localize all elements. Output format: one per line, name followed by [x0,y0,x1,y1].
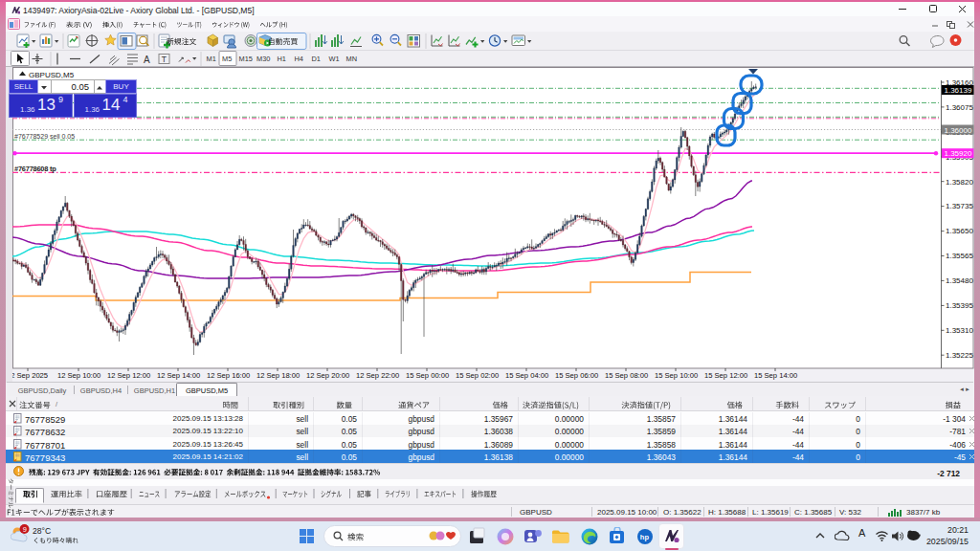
svg-text:12 Sep 10:00: 12 Sep 10:00 [57,371,100,380]
svg-text:M30: M30 [256,55,270,63]
svg-text:9: 9 [23,525,27,534]
svg-text:1.36075: 1.36075 [946,103,973,112]
svg-text:M15: M15 [239,55,253,63]
svg-text:H1: H1 [278,55,286,63]
svg-text:M1: M1 [207,55,216,63]
svg-text:15 Sep 06:00: 15 Sep 06:00 [555,371,598,380]
svg-text:12 Sep 20:00: 12 Sep 20:00 [306,371,349,380]
svg-text:#76778608 tp: #76778608 tp [14,165,56,173]
svg-text:12 Sep 16:00: 12 Sep 16:00 [207,371,250,380]
svg-text:1.36139: 1.36139 [945,86,972,95]
svg-text:15 Sep 08:00: 15 Sep 08:00 [605,371,648,380]
svg-text:M5: M5 [222,55,232,63]
svg-text:12 Sep 12:00: 12 Sep 12:00 [107,371,150,380]
svg-text:hp: hp [640,533,650,541]
svg-text:15 Sep 04:00: 15 Sep 04:00 [505,371,548,380]
svg-text:H4: H4 [295,55,303,63]
svg-text:12 Sep 14:00: 12 Sep 14:00 [157,371,200,380]
svg-text:MN: MN [346,55,358,63]
svg-text:W1: W1 [329,55,340,63]
svg-text:12 Sep 2025: 12 Sep 2025 [7,371,48,380]
svg-text:15 Sep 02:00: 15 Sep 02:00 [456,371,499,380]
svg-text:1.35565: 1.35565 [946,252,973,260]
svg-text:1.35395: 1.35395 [946,301,973,310]
svg-text:#76778529 sell 0.05: #76778529 sell 0.05 [14,133,75,140]
svg-text:D1: D1 [312,55,321,63]
svg-text:12 Sep 22:00: 12 Sep 22:00 [356,371,399,380]
svg-text:T: T [162,55,167,64]
svg-text:15 Sep 10:00: 15 Sep 10:00 [655,371,698,380]
svg-text:1.35920: 1.35920 [945,149,972,158]
svg-text:GBPUSD,M5: GBPUSD,M5 [29,71,75,79]
svg-text:A: A [144,55,150,65]
svg-text:15 Sep 00:00: 15 Sep 00:00 [406,371,449,380]
svg-text:1.36000: 1.36000 [945,126,972,135]
svg-text:1.35480: 1.35480 [946,276,973,285]
svg-text:15 Sep 12:00: 15 Sep 12:00 [704,371,747,380]
svg-text:1.35820: 1.35820 [946,178,973,187]
svg-text:15 Sep 14:00: 15 Sep 14:00 [754,371,797,380]
svg-text:1.35310: 1.35310 [946,326,973,335]
svg-text:12 Sep 18:00: 12 Sep 18:00 [256,371,300,380]
svg-text:1.35225: 1.35225 [946,351,973,360]
svg-text:1.35735: 1.35735 [946,202,973,210]
svg-text:1.35650: 1.35650 [946,227,973,235]
